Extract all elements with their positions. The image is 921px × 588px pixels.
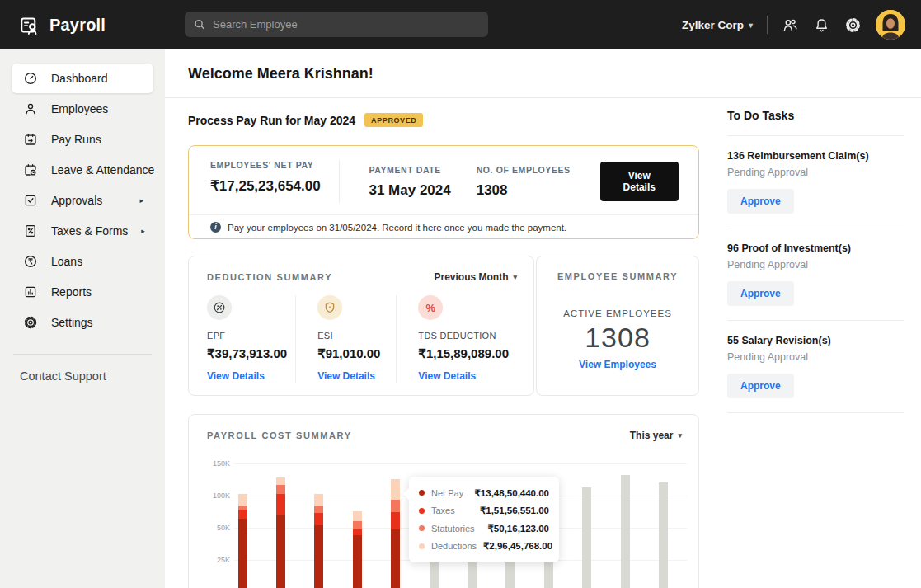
chart-bar-segment — [353, 535, 362, 588]
approve-button[interactable]: Approve — [727, 281, 794, 306]
sidebar-item-reports[interactable]: Reports — [12, 277, 153, 307]
submenu-chevron-icon — [139, 196, 143, 205]
todo-task-investment-proof: 96 Proof of Investment(s) Pending Approv… — [727, 228, 904, 321]
chart-bar[interactable] — [391, 479, 400, 588]
sidebar: Dashboard Employees Pay Runs Leave & Att… — [0, 49, 165, 588]
sidebar-item-employees[interactable]: Employees — [12, 94, 153, 124]
chart-bar-segment — [314, 525, 323, 588]
org-switcher[interactable]: Zylker Corp — [682, 19, 753, 31]
view-details-link[interactable]: View Details — [207, 370, 265, 382]
esi-shield-icon — [317, 295, 342, 320]
chart-title: PAYROLL COST SUMMARY — [207, 430, 352, 440]
page-title: Welcome Meera Krishnan! — [188, 65, 374, 82]
employee-search[interactable] — [185, 12, 488, 37]
tooltip-series-value: ₹13,48,50,440.00 — [475, 487, 549, 499]
employee-summary-card: EMPLOYEE SUMMARY ACTIVE EMPLOYEES 1308 V… — [536, 256, 699, 396]
avatar-image — [876, 10, 905, 40]
chart-bar-future[interactable] — [621, 475, 630, 588]
stat-payment-date: PAYMENT DATE 31 May 2024 — [369, 165, 476, 199]
tooltip-series-label: Taxes — [431, 506, 455, 515]
chart-bar-future[interactable] — [659, 482, 668, 588]
task-title: 55 Salary Revision(s) — [727, 335, 904, 346]
sidebar-item-label: Approvals — [51, 194, 102, 207]
sidebar-item-pay-runs[interactable]: Pay Runs — [12, 125, 153, 154]
todo-title: To Do Tasks — [727, 109, 904, 122]
calendar-clock-icon — [23, 162, 38, 177]
chart-bar-segment — [391, 479, 400, 500]
chart-bar-segment — [314, 513, 323, 525]
rupee-circle-icon — [23, 254, 38, 269]
sidebar-item-dashboard[interactable]: Dashboard — [12, 64, 153, 93]
search-input[interactable] — [213, 18, 479, 31]
stat-value: 31 May 2024 — [369, 182, 476, 199]
chart-tooltip: Net Pay₹13,48,50,440.00Taxes₹1,51,56,551… — [409, 477, 559, 562]
sidebar-divider — [13, 354, 152, 355]
task-title: 136 Reimbursement Claim(s) — [727, 150, 904, 162]
deduction-tds: TDS DEDUCTION ₹1,15,89,089.00 View Detai… — [396, 295, 517, 383]
deduction-amount: ₹91,010.00 — [317, 346, 388, 361]
gear-icon[interactable] — [844, 16, 862, 34]
series-dot-icon — [419, 490, 425, 496]
task-status: Pending Approval — [727, 351, 904, 363]
chart-bar[interactable] — [238, 494, 247, 588]
view-details-link[interactable]: View Details — [418, 370, 476, 382]
year-filter-dropdown[interactable]: This year — [630, 430, 682, 441]
task-title: 96 Proof of Investment(s) — [727, 242, 904, 254]
tooltip-row: Statutories₹50,16,123.00 — [419, 520, 549, 538]
chart-bar-segment — [391, 500, 400, 513]
card-title: EMPLOYEE SUMMARY — [537, 256, 698, 281]
tooltip-row: Net Pay₹13,48,50,440.00 — [419, 484, 549, 502]
payrun-card: EMPLOYEES' NET PAY ₹17,25,23,654.00 PAYM… — [188, 145, 699, 239]
tooltip-series-label: Net Pay — [431, 488, 463, 498]
view-employees-link[interactable]: View Employees — [579, 359, 656, 370]
chart-bar-segment — [276, 515, 285, 588]
series-dot-icon — [419, 525, 425, 531]
document-percent-icon — [23, 223, 38, 238]
gridline — [234, 463, 687, 464]
sidebar-item-label: Loans — [51, 255, 82, 268]
chart-bar[interactable] — [353, 511, 362, 588]
approve-button[interactable]: Approve — [727, 189, 794, 214]
chart-bar-segment — [353, 521, 362, 529]
sidebar-item-loans[interactable]: Loans — [12, 247, 153, 276]
deduction-summary-card: DEDUCTION SUMMARY Previous Month EPF ₹39… — [188, 256, 534, 396]
sidebar-item-label: Employees — [51, 102, 108, 115]
info-icon — [210, 222, 221, 233]
y-tick: 50K — [195, 524, 230, 532]
chart-bar[interactable] — [276, 477, 285, 588]
view-details-button[interactable]: View Details — [600, 162, 679, 201]
todo-task-reimbursement: 136 Reimbursement Claim(s) Pending Appro… — [727, 136, 904, 228]
card-title: DEDUCTION SUMMARY — [207, 272, 332, 282]
month-filter-dropdown[interactable]: Previous Month — [434, 271, 517, 283]
todo-panel: To Do Tasks 136 Reimbursement Claim(s) P… — [727, 109, 904, 413]
bar-chart-icon — [23, 285, 38, 299]
chart-bar-segment — [238, 494, 247, 506]
sidebar-item-label: Leave & Attendance — [51, 163, 154, 176]
approve-button[interactable]: Approve — [727, 374, 794, 398]
sidebar-item-settings[interactable]: Settings — [12, 308, 153, 337]
app-name: Payroll — [49, 16, 106, 35]
sidebar-item-taxes-forms[interactable]: Taxes & Forms — [12, 216, 153, 246]
bell-icon[interactable] — [813, 16, 830, 34]
task-status: Pending Approval — [727, 167, 904, 178]
sidebar-item-label: Pay Runs — [51, 133, 101, 146]
chart-bar-segment — [353, 529, 362, 536]
payroll-chart-plot: 150K 100K 50K 25K Net Pay₹13,48,50,440.0… — [189, 456, 699, 588]
user-avatar[interactable] — [876, 10, 905, 40]
topbar: Payroll Zylker Corp — [0, 0, 921, 49]
chart-bar-future[interactable] — [582, 487, 591, 588]
stat-label: NO. OF EMPLOYEES — [477, 165, 600, 175]
sidebar-item-label: Settings — [51, 316, 93, 329]
chart-bar[interactable] — [314, 494, 323, 588]
sidebar-item-approvals[interactable]: Approvals — [12, 186, 153, 215]
users-icon[interactable] — [782, 16, 799, 34]
contact-support-link[interactable]: Contact Support — [20, 369, 165, 383]
sidebar-item-leave-attendance[interactable]: Leave & Attendance — [12, 155, 153, 185]
view-details-link[interactable]: View Details — [317, 370, 375, 382]
app-logo[interactable]: Payroll — [18, 0, 106, 49]
payment-note: Pay your employees on 31/05/2024. Record… — [228, 223, 566, 233]
tooltip-series-value: ₹2,96,45,768.00 — [483, 540, 552, 552]
stat-label: EMPLOYEES' NET PAY — [210, 160, 339, 170]
status-badge: APPROVED — [364, 113, 423, 127]
tooltip-series-value: ₹1,51,56,551.00 — [480, 505, 549, 516]
